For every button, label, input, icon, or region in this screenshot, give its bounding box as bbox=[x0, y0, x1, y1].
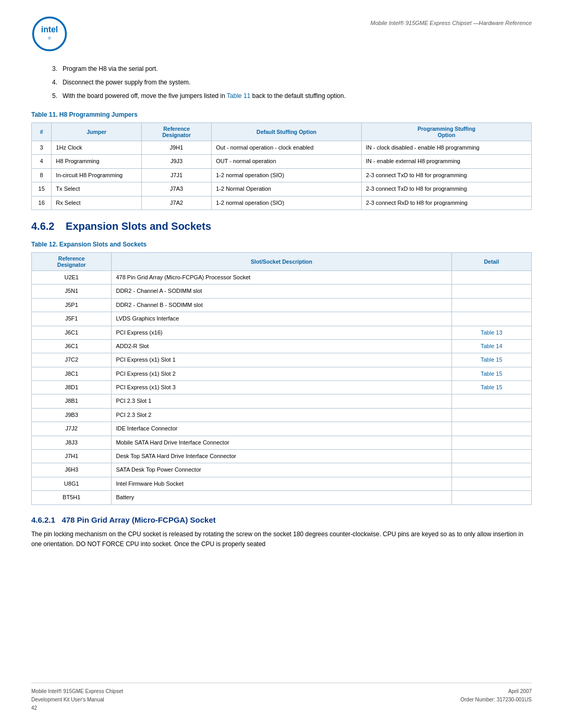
th-refdes: ReferenceDesignator bbox=[32, 252, 112, 270]
cell-ref: J7A2 bbox=[141, 196, 211, 209]
cell-refdes: J7C2 bbox=[32, 353, 112, 367]
cell-refdes: U2E1 bbox=[32, 270, 112, 284]
body-paragraph: The pin locking mechanism on the CPU soc… bbox=[31, 529, 532, 549]
cell-slotdesc: Intel Firmware Hub Socket bbox=[112, 477, 451, 490]
cell-num: 4 bbox=[32, 155, 52, 168]
cell-jumper: In-circuit H8 Programming bbox=[52, 168, 142, 182]
intel-logo: intel ® bbox=[31, 16, 68, 52]
cell-detail bbox=[451, 312, 531, 326]
footer-left: Mobile Intel® 915GME Express Chipset Dev… bbox=[31, 687, 123, 712]
th-ref: ReferenceDesignator bbox=[141, 123, 211, 141]
cell-detail bbox=[451, 298, 531, 312]
cell-refdes: J8C1 bbox=[32, 367, 112, 380]
cell-slotdesc: ADD2-R Slot bbox=[112, 339, 451, 353]
intro-bullets: Program the H8 via the serial port. Disc… bbox=[52, 64, 532, 101]
svg-text:intel: intel bbox=[41, 25, 58, 34]
cell-refdes: J8B1 bbox=[32, 394, 112, 408]
cell-slotdesc: 478 Pin Grid Array (Micro-FCPGA) Process… bbox=[112, 270, 451, 284]
cell-refdes: J7J2 bbox=[32, 422, 112, 436]
table-row: 4 H8 Programming J9J3 OUT - normal opera… bbox=[32, 155, 532, 168]
cell-ref: J7A3 bbox=[141, 182, 211, 196]
section-4621-title: 478 Pin Grid Array (Micro-FCPGA) Socket bbox=[62, 515, 215, 524]
th-jumper: Jumper bbox=[52, 123, 142, 141]
footer-manual: Development Kit User's Manual bbox=[31, 696, 123, 704]
cell-prog: 2-3 connect RxD to H8 for programming bbox=[361, 196, 531, 209]
cell-refdes: U8G1 bbox=[32, 477, 112, 490]
document-title: Mobile Intel® 915GME Express Chipset —Ha… bbox=[370, 20, 532, 26]
cell-slotdesc: SATA Desk Top Power Connector bbox=[112, 463, 451, 477]
cell-refdes: J9B3 bbox=[32, 408, 112, 422]
table-row: J7H1 Desk Top SATA Hard Drive Interface … bbox=[32, 450, 532, 463]
table-row: J8J3 Mobile SATA Hard Drive Interface Co… bbox=[32, 436, 532, 449]
cell-prog: 2-3 connect TxD to H8 for programming bbox=[361, 182, 531, 196]
cell-detail: Table 15 bbox=[451, 381, 531, 394]
table-row: U8G1 Intel Firmware Hub Socket bbox=[32, 477, 532, 490]
cell-detail: Table 14 bbox=[451, 339, 531, 353]
section-462-title: Expansion Slots and Sockets bbox=[66, 220, 211, 232]
cell-refdes: J8J3 bbox=[32, 436, 112, 449]
cell-refdes: J8D1 bbox=[32, 381, 112, 394]
detail-link[interactable]: Table 15 bbox=[481, 356, 503, 363]
bullet-4: Disconnect the power supply from the sys… bbox=[52, 78, 532, 87]
cell-detail bbox=[451, 463, 531, 477]
section-462-heading: 4.6.2 Expansion Slots and Sockets bbox=[31, 220, 532, 232]
detail-link[interactable]: Table 14 bbox=[481, 343, 503, 349]
detail-link[interactable]: Table 13 bbox=[481, 329, 503, 336]
footer-order: Order Number: 317230-001US bbox=[460, 696, 532, 704]
cell-detail bbox=[451, 477, 531, 490]
table-row: BT5H1 Battery bbox=[32, 491, 532, 504]
cell-detail bbox=[451, 436, 531, 449]
table-row: J6H3 SATA Desk Top Power Connector bbox=[32, 463, 532, 477]
table-11: # Jumper ReferenceDesignator Default Stu… bbox=[31, 122, 532, 210]
footer-right: April 2007 Order Number: 317230-001US bbox=[460, 687, 532, 712]
table-row: J5F1 LVDS Graphics Interface bbox=[32, 312, 532, 326]
cell-default: OUT - normal operation bbox=[212, 155, 362, 168]
cell-detail bbox=[451, 408, 531, 422]
table12-caption: Table 12. Expansion Slots and Sockets bbox=[31, 241, 532, 248]
table11-caption: Table 11. H8 Programming Jumpers bbox=[31, 111, 532, 118]
cell-slotdesc: PCI Express (x16) bbox=[112, 326, 451, 339]
svg-point-0 bbox=[33, 18, 66, 51]
table-12: ReferenceDesignator Slot/Socket Descript… bbox=[31, 252, 532, 505]
cell-detail: Table 15 bbox=[451, 353, 531, 367]
cell-prog: IN - clock disabled - enable H8 programm… bbox=[361, 141, 531, 155]
svg-text:®: ® bbox=[48, 36, 51, 41]
footer-date: April 2007 bbox=[460, 687, 532, 696]
table-row: J7J2 IDE Interface Connector bbox=[32, 422, 532, 436]
cell-detail bbox=[451, 450, 531, 463]
cell-refdes: J6H3 bbox=[32, 463, 112, 477]
cell-slotdesc: LVDS Graphics Interface bbox=[112, 312, 451, 326]
table-row: J8B1 PCI 2.3 Slot 1 bbox=[32, 394, 532, 408]
cell-detail bbox=[451, 270, 531, 284]
table-row: J6C1 ADD2-R Slot Table 14 bbox=[32, 339, 532, 353]
section-462-number: 4.6.2 bbox=[31, 220, 54, 232]
cell-num: 8 bbox=[32, 168, 52, 182]
cell-refdes: BT5H1 bbox=[32, 491, 112, 504]
detail-link[interactable]: Table 15 bbox=[481, 384, 503, 390]
cell-refdes: J5P1 bbox=[32, 298, 112, 312]
cell-slotdesc: DDR2 - Channel A - SODIMM slot bbox=[112, 285, 451, 298]
table11-link[interactable]: Table 11 bbox=[227, 92, 250, 100]
cell-slotdesc: PCI Express (x1) Slot 2 bbox=[112, 367, 451, 380]
cell-detail: Table 15 bbox=[451, 367, 531, 380]
table-row: J6C1 PCI Express (x16) Table 13 bbox=[32, 326, 532, 339]
cell-slotdesc: Desk Top SATA Hard Drive Interface Conne… bbox=[112, 450, 451, 463]
cell-slotdesc: Battery bbox=[112, 491, 451, 504]
detail-link[interactable]: Table 15 bbox=[481, 371, 503, 377]
table-row: 8 In-circuit H8 Programming J7J1 1-2 nor… bbox=[32, 168, 532, 182]
table-row: U2E1 478 Pin Grid Array (Micro-FCPGA) Pr… bbox=[32, 270, 532, 284]
cell-jumper: Tx Select bbox=[52, 182, 142, 196]
section-4621-heading: 4.6.2.1 478 Pin Grid Array (Micro-FCPGA)… bbox=[31, 515, 532, 524]
cell-slotdesc: DDR2 - Channel B - SODIMM slot bbox=[112, 298, 451, 312]
table-row: 3 1Hz Clock J9H1 Out - normal operation … bbox=[32, 141, 532, 155]
cell-refdes: J5N1 bbox=[32, 285, 112, 298]
cell-ref: J9J3 bbox=[141, 155, 211, 168]
cell-prog: IN - enable external H8 programming bbox=[361, 155, 531, 168]
cell-num: 3 bbox=[32, 141, 52, 155]
footer-page: 42 bbox=[31, 704, 123, 712]
cell-slotdesc: IDE Interface Connector bbox=[112, 422, 451, 436]
cell-slotdesc: PCI 2.3 Slot 1 bbox=[112, 394, 451, 408]
cell-jumper: Rx Select bbox=[52, 196, 142, 209]
intel-logo-container: intel ® bbox=[31, 16, 68, 54]
cell-num: 16 bbox=[32, 196, 52, 209]
